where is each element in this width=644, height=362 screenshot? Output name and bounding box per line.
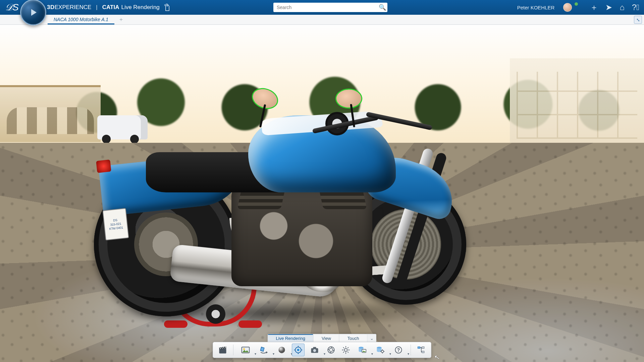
- sync-tool[interactable]: ▾: [372, 344, 388, 356]
- share-icon[interactable]: ➤: [605, 3, 612, 12]
- document-tab-label: NACA 1000 Motorbike A.1: [54, 17, 108, 22]
- document-tab[interactable]: NACA 1000 Motorbike A.1: [48, 15, 114, 24]
- svg-rect-18: [418, 347, 420, 348]
- snapshot-tool[interactable]: ▾: [307, 344, 323, 356]
- database-gear-icon: [376, 345, 385, 355]
- play-icon: [31, 9, 37, 16]
- avatar[interactable]: [563, 3, 572, 12]
- turntable-tool[interactable]: ▾: [256, 344, 272, 356]
- svg-rect-20: [422, 351, 424, 353]
- camera-icon: [310, 345, 319, 355]
- raytrace-icon: [293, 345, 303, 355]
- render-tool[interactable]: [292, 344, 305, 356]
- environment-tool[interactable]: ▾: [237, 344, 254, 356]
- help-icon[interactable]: ?⃝: [632, 3, 639, 12]
- notification-dot-icon: [575, 2, 578, 6]
- svg-rect-0: [219, 349, 226, 354]
- svg-point-3: [243, 348, 245, 350]
- ds-logo-icon: 𝒟S: [5, 2, 19, 13]
- action-tabs-expand-icon[interactable]: ⌄: [368, 334, 376, 343]
- app-title: 3DEXPERIENCE | CATIA Live Rendering: [47, 4, 160, 11]
- viewport-3d[interactable]: DS 315-021 KTM 0401 ↖ Live Rendering Vie…: [0, 25, 644, 362]
- add-icon[interactable]: ＋: [590, 2, 598, 13]
- material-tool[interactable]: ▾: [274, 344, 290, 356]
- svg-rect-8: [313, 347, 316, 348]
- search-icon[interactable]: 🔍: [377, 4, 387, 11]
- svg-rect-13: [362, 349, 366, 353]
- compass-button[interactable]: [20, 0, 46, 25]
- top-bar: 𝒟S 3DEXPERIENCE | CATIA Live Rendering 🔍…: [0, 0, 644, 15]
- picture-icon: [241, 345, 250, 355]
- new-tab-button[interactable]: ＋: [118, 16, 124, 24]
- environment-building-left: [0, 85, 101, 142]
- home-icon[interactable]: ⌂: [620, 3, 625, 12]
- action-bar: ▾ ▾ ▾: [213, 342, 431, 358]
- svg-rect-19: [422, 347, 424, 348]
- tab-view[interactable]: View: [314, 334, 339, 343]
- aperture-icon: [326, 345, 336, 355]
- tab-touch[interactable]: Touch: [339, 334, 368, 343]
- top-right-cluster: Peter KOEHLER ＋ ➤ ⌂ ?⃝: [517, 0, 639, 15]
- svg-point-4: [278, 347, 285, 353]
- sphere-icon: [277, 345, 286, 355]
- settings-tool[interactable]: [339, 344, 352, 356]
- tree-structure-icon: [417, 345, 426, 355]
- help-tool[interactable]: ? ▾: [390, 344, 407, 356]
- collapse-tabs-button[interactable]: ⤡: [634, 16, 642, 24]
- tree-tool[interactable]: [415, 344, 428, 356]
- svg-point-10: [328, 347, 334, 353]
- dropdown-icon: ▾: [408, 352, 409, 356]
- scenes-tool[interactable]: [216, 344, 229, 356]
- document-tab-strip: NACA 1000 Motorbike A.1 ＋ ⤡: [0, 15, 644, 25]
- library-tool[interactable]: ▾: [354, 344, 370, 356]
- search-box[interactable]: 🔍: [273, 3, 387, 12]
- database-picture-icon: [358, 345, 367, 355]
- environment-cobblestone: [0, 143, 644, 362]
- rotate3d-icon: [259, 345, 268, 355]
- svg-point-9: [313, 349, 316, 352]
- help-circle-icon: ?: [394, 345, 403, 355]
- svg-point-11: [344, 349, 347, 352]
- action-bar-tabs: Live Rendering View Touch ⌄: [267, 334, 376, 343]
- svg-text:?: ?: [397, 347, 400, 353]
- gear-icon: [341, 345, 351, 355]
- user-name: Peter KOEHLER: [517, 5, 555, 10]
- tab-live-rendering[interactable]: Live Rendering: [268, 334, 313, 343]
- svg-point-6: [297, 349, 300, 351]
- environment-vehicle: [97, 115, 148, 139]
- environment-building-right: [510, 58, 644, 145]
- search-input[interactable]: [273, 5, 377, 10]
- tag-icon[interactable]: 🏷: [162, 3, 172, 11]
- clapperboard-icon: [218, 345, 227, 355]
- svg-point-15: [381, 350, 384, 353]
- quality-tool[interactable]: [325, 344, 337, 356]
